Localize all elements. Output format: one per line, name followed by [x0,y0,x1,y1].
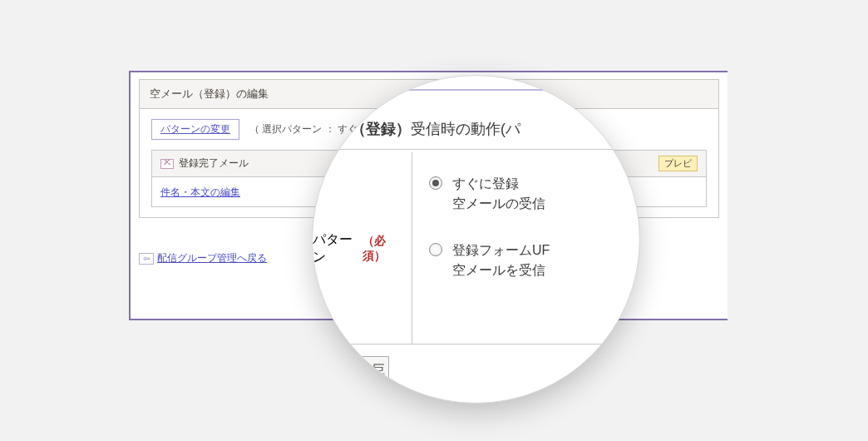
magnifier-inner: ール（登録）受信時の動作(パ パターン （必須） すぐに登録 空メールの受信 登… [313,76,639,403]
radio-2-line1: 登録フォームUF [452,240,550,260]
mag-bottom-border [313,344,639,344]
title-rest: 受信時の動作(パ [411,121,520,137]
title-paren: （登録） [351,121,411,137]
mail-title: 登録完了メール [179,156,249,171]
back-arrow-icon: ⇦ [139,253,154,265]
edit-subject-body-link[interactable]: 件名・本文の編集 [160,186,240,198]
radio-1-line2: 空メールの受信 [452,194,545,214]
radio-form-url[interactable] [429,243,442,256]
magnifier-overlay: ール（登録）受信時の動作(パ パターン （必須） すぐに登録 空メールの受信 登… [312,75,640,404]
mag-submit-button-fragment[interactable]: 巨 [356,356,389,383]
radio-option-1: すぐに登録 空メールの受信 [429,174,639,214]
radio-2-text: 登録フォームUF 空メールを受信 [452,240,550,280]
preview-button[interactable]: プレビ [658,156,698,171]
back-to-group-link[interactable]: 配信グループ管理へ戻る [157,251,267,265]
radio-1-line1: すぐに登録 [452,174,545,194]
radio-immediate-register[interactable] [429,176,442,190]
mag-section-title: ール（登録）受信時の動作(パ [313,119,639,150]
required-label: （必須） [362,234,405,264]
radio-option-2: 登録フォームUF 空メールを受信 [429,240,639,280]
radio-2-line2: 空メールを受信 [452,260,550,280]
mag-options-col: すぐに登録 空メールの受信 登録フォームUF 空メールを受信 [412,152,639,344]
pattern-change-button[interactable]: パターンの変更 [151,119,239,140]
mail-icon [160,159,174,169]
radio-1-text: すぐに登録 空メールの受信 [452,174,545,214]
pattern-label: パターン [313,231,361,266]
